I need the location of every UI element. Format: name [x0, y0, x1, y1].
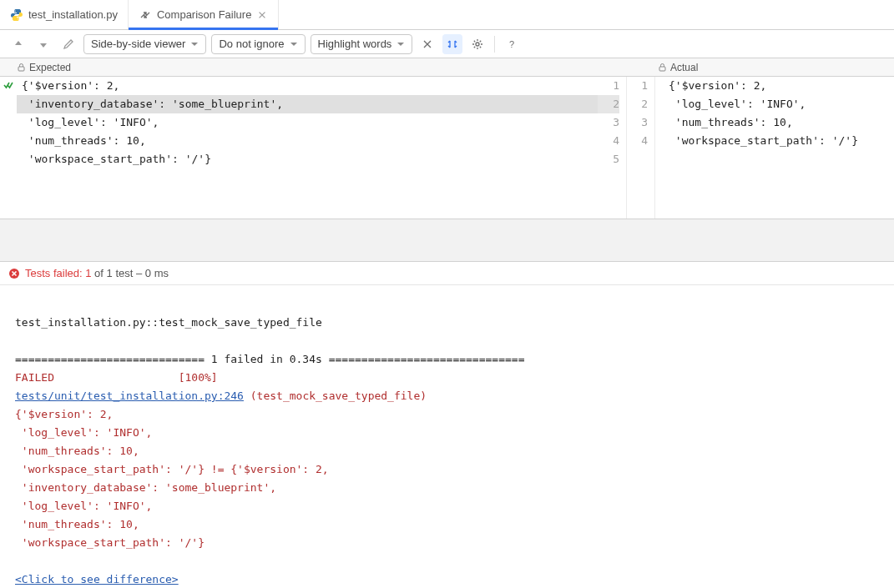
console-line: ============================= 1 failed i… [15, 350, 879, 369]
console-line: 'inventory_database': 'some_blueprint', [15, 479, 879, 497]
sync-scroll-icon[interactable] [442, 34, 462, 54]
test-status-bar: Tests failed: 1 of 1 test – 0 ms [0, 262, 894, 285]
console-line: 'log_level': 'INFO', [15, 497, 879, 515]
console-line [15, 332, 879, 350]
tab-file-label: test_installation.py [28, 8, 118, 21]
chevron-down-icon [396, 40, 405, 48]
actual-line: 'log_level': 'INFO', [664, 95, 894, 113]
viewer-mode-select[interactable]: Side-by-side viewer [83, 34, 206, 54]
diff-header-expected: Expected [0, 58, 598, 76]
checkmark-icon [3, 79, 14, 91]
expected-line: 'inventory_database': 'some_blueprint', [17, 95, 598, 113]
close-icon[interactable] [256, 9, 268, 21]
console-line: 'workspace_start_path': '/'} != {'$versi… [15, 460, 879, 479]
python-file-icon [10, 8, 23, 22]
line-number: 4 [598, 132, 619, 150]
diff-body[interactable]: {'$version': 2, 'inventory_database': 's… [0, 77, 894, 219]
console-line: 'num_threads': 10, [15, 442, 879, 460]
console-line: test_installation.py::test_mock_save_typ… [15, 314, 879, 332]
expected-line: 'num_threads': 10, [17, 132, 598, 150]
chevron-down-icon [190, 40, 199, 48]
console-line: 'workspace_start_path': '/'} [15, 534, 879, 552]
expected-title: Expected [29, 62, 71, 73]
console-line: 'log_level': 'INFO', [15, 424, 879, 442]
line-number: 3 [627, 113, 648, 132]
svg-rect-2 [18, 67, 24, 71]
lock-icon [17, 63, 26, 72]
tabs-bar: test_installation.py Comparison Failure [0, 0, 894, 30]
viewer-mode-label: Side-by-side viewer [91, 38, 185, 50]
panel-gap [0, 219, 894, 262]
line-number: 1 [598, 77, 619, 95]
separator [494, 36, 495, 53]
console-link[interactable]: <Click to see difference> [15, 573, 179, 585]
console-line [15, 552, 879, 570]
tab-comparison-label: Comparison Failure [157, 8, 251, 21]
console-line: FAILED [100%] [15, 369, 879, 387]
console-line: <Click to see difference> [15, 570, 879, 588]
actual-line: 'workspace_start_path': '/'} [664, 132, 894, 150]
diff-header-actual: Actual [654, 58, 894, 76]
highlight-mode-label: Highlight words [318, 38, 392, 50]
svg-rect-3 [659, 67, 665, 71]
console-line [15, 295, 879, 314]
line-number: 5 [598, 150, 619, 168]
svg-text:?: ? [509, 39, 514, 49]
test-console[interactable]: test_installation.py::test_mock_save_typ… [0, 285, 894, 588]
expected-line: 'workspace_start_path': '/'} [17, 150, 598, 168]
line-number: 1 [627, 77, 648, 95]
edit-icon[interactable] [58, 34, 78, 54]
next-diff-icon[interactable] [33, 34, 53, 54]
help-icon[interactable]: ? [502, 34, 522, 54]
console-line: {'$version': 2, [15, 405, 879, 424]
line-number: 2 [627, 95, 648, 113]
actual-title: Actual [670, 62, 698, 73]
console-line: 'num_threads': 10, [15, 515, 879, 534]
console-link[interactable]: tests/unit/test_installation.py:246 [15, 389, 244, 402]
error-icon [8, 268, 20, 279]
diff-right-pane: {'$version': 2, 'log_level': 'INFO', 'nu… [654, 77, 894, 219]
line-number: 2 [598, 95, 619, 113]
diff-headers: Expected Actual [0, 58, 894, 77]
chevron-down-icon [290, 40, 298, 48]
ignore-mode-label: Do not ignore [219, 38, 284, 50]
svg-point-0 [476, 43, 479, 46]
line-number: 4 [627, 132, 648, 150]
console-line: tests/unit/test_installation.py:246 (tes… [15, 387, 879, 405]
expected-line: {'$version': 2, [17, 77, 598, 95]
expected-line: 'log_level': 'INFO', [17, 113, 598, 132]
diff-toolbar: Side-by-side viewer Do not ignore Highli… [0, 30, 894, 58]
tests-total: of 1 test – 0 ms [92, 267, 169, 279]
diff-left-pane: {'$version': 2, 'inventory_database': 's… [0, 77, 598, 219]
left-line-numbers: 12345 [598, 77, 626, 219]
highlight-mode-select[interactable]: Highlight words [311, 34, 413, 54]
line-number: 3 [598, 113, 619, 132]
ignore-mode-select[interactable]: Do not ignore [211, 34, 305, 54]
settings-icon[interactable] [467, 34, 487, 54]
tests-failed-count: Tests failed: 1 [25, 267, 92, 279]
tab-comparison[interactable]: Comparison Failure [129, 0, 279, 29]
diff-icon [139, 8, 152, 22]
collapse-unchanged-icon[interactable] [417, 34, 437, 54]
lock-icon [658, 63, 667, 72]
actual-line: 'num_threads': 10, [664, 113, 894, 132]
prev-diff-icon[interactable] [8, 34, 28, 54]
tab-file[interactable]: test_installation.py [0, 0, 129, 29]
actual-line: {'$version': 2, [664, 77, 894, 95]
right-line-numbers: 1234 [626, 77, 654, 219]
